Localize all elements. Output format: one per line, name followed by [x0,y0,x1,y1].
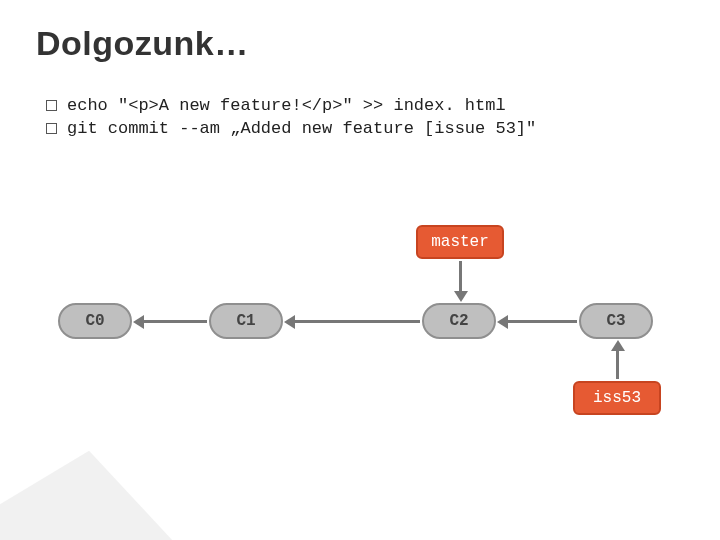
commit-node-c1: C1 [209,303,283,339]
commit-node-c0: C0 [58,303,132,339]
list-item: git commit --am „Added new feature [issu… [46,119,536,138]
branch-label-master: master [416,225,504,259]
branch-label-iss53: iss53 [573,381,661,415]
page-title: Dolgozunk… [36,24,249,63]
commit-node-c3: C3 [579,303,653,339]
decorative-triangle [0,428,247,540]
checkbox-icon [46,100,57,111]
bullet-list: echo "<p>A new feature!</p>" >> index. h… [46,96,536,142]
commit-node-c2: C2 [422,303,496,339]
git-diagram: C0C1C2C3masteriss53 [50,225,670,425]
bullet-text: git commit --am „Added new feature [issu… [67,119,536,138]
bullet-text: echo "<p>A new feature!</p>" >> index. h… [67,96,506,115]
list-item: echo "<p>A new feature!</p>" >> index. h… [46,96,536,115]
checkbox-icon [46,123,57,134]
